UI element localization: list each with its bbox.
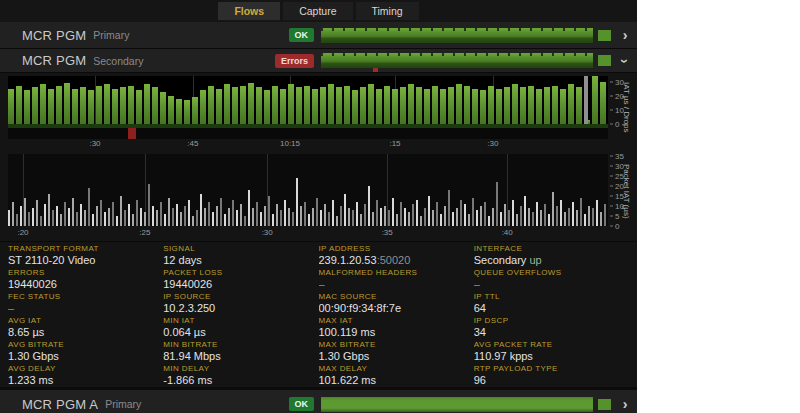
- packet-iat-line: [104, 212, 106, 226]
- iat-bar: [144, 84, 150, 124]
- packet-iat-line: [392, 198, 394, 226]
- iat-bar: [592, 76, 598, 124]
- packet-iat-line: [232, 200, 234, 226]
- packet-iat-line: [132, 214, 134, 226]
- iat-bar: [480, 90, 486, 124]
- packet-iat-line: [264, 206, 266, 226]
- flow-row-mcr-pgm-primary[interactable]: MCR PGM Primary OK ›: [0, 22, 637, 49]
- stat-value: Secondary up: [474, 254, 629, 267]
- flow-row-mcr-pgm-secondary[interactable]: MCR PGM Secondary Errors ›: [0, 49, 637, 73]
- packet-iat-line: [432, 210, 434, 226]
- time-tick-label: :15: [389, 139, 400, 148]
- iat-bar: [200, 90, 206, 124]
- stat-value: –: [474, 278, 629, 291]
- packet-iat-line: [344, 194, 346, 226]
- chevron-right-icon[interactable]: ›: [619, 29, 631, 41]
- packet-iat-line: [72, 198, 74, 226]
- flow-title: MCR PGM: [22, 53, 86, 68]
- packet-iat-line: [8, 210, 10, 226]
- iat-bar: [320, 87, 326, 124]
- packet-iat-line: [244, 216, 246, 226]
- packet-iat-line: [332, 200, 334, 226]
- packet-iat-line: [412, 204, 414, 226]
- iat-bar: [24, 90, 30, 124]
- iat-bar: [264, 90, 270, 124]
- stat-malformed-headers: MALFORMED HEADERS–: [319, 268, 474, 292]
- time-tick-label: :30: [487, 139, 498, 148]
- packet-iat-line: [80, 204, 82, 226]
- packet-iat-line: [116, 216, 118, 226]
- packet-iat-line: [48, 194, 50, 226]
- packet-iat-line: [96, 206, 98, 226]
- stat-transport-format: TRANSPORT FORMATST 2110-20 Video: [8, 244, 163, 268]
- packet-iat-line: [448, 190, 450, 226]
- packet-iat-line: [124, 210, 126, 226]
- packet-iat-line: [196, 210, 198, 226]
- packet-iat-line: [476, 210, 478, 226]
- packet-iat-line: [328, 212, 330, 226]
- value-tick-label: 0: [610, 120, 619, 129]
- packet-iat-line: [536, 202, 538, 226]
- packet-iat-line: [600, 212, 602, 226]
- iat-bar: [272, 86, 278, 124]
- tab-capture[interactable]: Capture: [283, 2, 352, 20]
- stat-avg-delay: AVG DELAY1.233 ms: [8, 364, 163, 388]
- packet-iat-line: [248, 190, 250, 226]
- stat-max-iat: MAX IAT100.119 ms: [319, 316, 474, 340]
- playhead-cursor[interactable]: [584, 76, 588, 124]
- packet-iat-line: [180, 212, 182, 226]
- iat-drops-plot: [8, 76, 608, 124]
- packet-iat-line: [112, 202, 114, 226]
- stat-label: MAC SOURCE: [319, 292, 474, 302]
- stat-packet-loss: PACKET LOSS19440026: [163, 268, 318, 292]
- tab-timing[interactable]: Timing: [356, 2, 419, 20]
- iat-bar: [504, 87, 510, 124]
- packet-iat-line: [224, 214, 226, 226]
- flow-row-mcr-pgm-a-primary[interactable]: MCR PGM A Primary OK ›: [0, 387, 637, 413]
- packet-iat-line: [364, 204, 366, 226]
- packet-iat-line: [368, 186, 370, 226]
- iat-bar: [328, 84, 334, 124]
- packet-iat-line: [160, 202, 162, 226]
- iat-bar: [304, 86, 310, 124]
- iat-bar: [408, 84, 414, 124]
- stat-ip-source: IP SOURCE10.2.3.250: [163, 292, 318, 316]
- stat-label: AVG PACKET RATE: [474, 340, 629, 350]
- stat-value: 0.064 µs: [163, 326, 318, 339]
- iat-bar: [376, 89, 382, 124]
- tab-flows[interactable]: Flows: [218, 2, 280, 20]
- stat-ip-dscp: IP DSCP34: [474, 316, 629, 340]
- iat-bar: [472, 89, 478, 124]
- stat-value-extra: :50020: [377, 254, 411, 266]
- flow-monitor-app: FlowsCaptureTiming MCR PGM Primary OK › …: [0, 0, 637, 413]
- stat-label: IP DSCP: [474, 316, 629, 326]
- flow-subtitle: Primary: [93, 29, 288, 41]
- packet-iat-line: [560, 200, 562, 226]
- packet-iat-line: [440, 214, 442, 226]
- packet-iat-line: [64, 202, 66, 226]
- sparkline-current-block: [598, 55, 611, 66]
- chevron-down-icon[interactable]: ›: [619, 55, 631, 67]
- status-badge-errors: Errors: [275, 54, 314, 68]
- packet-iat-line: [252, 208, 254, 226]
- chevron-right-icon[interactable]: ›: [619, 398, 631, 410]
- packet-iat-line: [540, 210, 542, 226]
- packet-iat-line: [280, 210, 282, 226]
- stat-label: MAX DELAY: [319, 364, 474, 374]
- flow-stats-grid: TRANSPORT FORMATST 2110-20 VideoSIGNAL12…: [0, 242, 637, 387]
- packet-iat-line: [200, 194, 202, 226]
- iat-bar: [552, 86, 558, 124]
- packet-iat-line: [88, 188, 90, 226]
- stat-value: -1.866 ms: [163, 374, 318, 387]
- packet-iat-line: [168, 198, 170, 226]
- stat-min-iat: MIN IAT0.064 µs: [163, 316, 318, 340]
- iat-bar: [456, 84, 462, 124]
- stat-value: 101.622 ms: [319, 374, 474, 387]
- packet-iat-line: [44, 204, 46, 226]
- packet-iat-lines: [8, 154, 608, 226]
- stat-label: AVG IAT: [8, 316, 163, 326]
- packet-iat-line: [284, 200, 286, 226]
- iat-bar: [8, 89, 14, 124]
- packet-iat-line: [492, 208, 494, 226]
- packet-iat-line: [260, 212, 262, 226]
